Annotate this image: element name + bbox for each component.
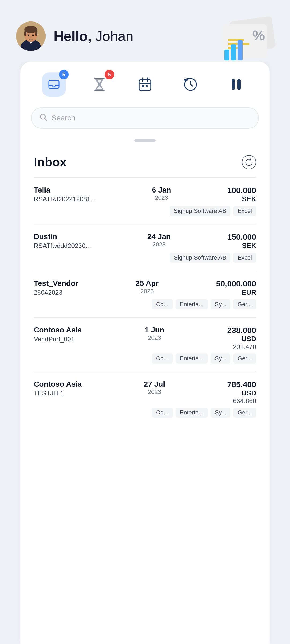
invoice-tags: Co...Enterta...Sy...Ger... [34,353,256,364]
invoice-list: Telia RSATRJ202212081... 6 Jan 2023 100.… [34,177,256,426]
invoice-ref: RSATRJ202212081... [34,195,96,203]
tab-history[interactable] [179,72,203,97]
pause-icon [224,72,248,97]
invoice-tag: Co... [152,353,173,364]
invoice-currency: EUR [241,288,256,297]
invoice-date-day: 24 Jan [147,232,171,241]
invoice-tag: Sy... [211,299,230,309]
invoice-tag: Sy... [211,408,230,418]
svg-line-34 [45,119,47,120]
search-box[interactable]: Search [31,107,259,129]
tab-calendar[interactable] [133,72,157,97]
svg-rect-6 [35,31,37,36]
invoice-date: 6 Jan 2023 [143,186,180,201]
invoice-left: Contoso Asia VendPort_001 [34,326,82,343]
invoice-left: Contoso Asia TESTJH-1 [34,380,82,397]
refresh-button[interactable] [242,155,256,169]
tab-pause[interactable] [224,72,248,97]
svg-point-9 [30,36,32,38]
svg-point-7 [28,35,29,36]
tab-inbox[interactable]: 5 [42,72,66,97]
invoice-tag: Enterta... [176,353,208,364]
invoice-row-main: Contoso Asia TESTJH-1 27 Jul 2023 785.40… [34,380,256,405]
invoice-tag: Co... [152,408,173,418]
invoice-item[interactable]: Telia RSATRJ202212081... 6 Jan 2023 100.… [34,177,256,224]
invoice-currency: USD [241,335,256,343]
invoice-amount-col: 50,000.000 EUR [216,279,256,297]
invoice-row-main: Dustin RSATfwddd20230... 24 Jan 2023 150… [34,232,256,250]
invoice-amount: 785.400 [227,380,256,389]
invoice-date: 27 Jul 2023 [136,380,173,395]
main-card: 5 5 [20,62,270,644]
search-icon [40,113,47,123]
greeting-username: Johan [95,28,133,44]
invoice-row-main: Contoso Asia VendPort_001 1 Jun 2023 238… [34,326,256,351]
invoice-tag: Co... [152,299,173,309]
invoice-date: 24 Jan 2023 [140,232,178,248]
tab-hourglass[interactable]: 5 [87,72,111,97]
svg-rect-5 [24,31,26,36]
calendar-icon [133,72,157,97]
invoice-tags: Signup Software ABExcel [34,206,256,216]
svg-rect-31 [232,79,235,90]
history-icon [179,72,203,97]
svg-rect-17 [231,44,236,60]
invoice-item[interactable]: Dustin RSATfwddd20230... 24 Jan 2023 150… [34,224,256,271]
invoice-item[interactable]: Contoso Asia TESTJH-1 27 Jul 2023 785.40… [34,372,256,426]
svg-rect-32 [237,79,241,90]
invoice-amount-col: 150.000 SEK [227,232,256,250]
invoice-date: 1 Jun 2023 [136,326,173,341]
invoice-tags: Co...Enterta...Sy...Ger... [34,408,256,418]
invoice-item[interactable]: Test_Vendor 25042023 25 Apr 2023 50,000.… [34,271,256,317]
invoice-amount: 150.000 [227,232,256,242]
invoice-tags: Signup Software ABExcel [34,253,256,263]
invoice-tag: Signup Software AB [170,253,231,263]
invoice-date-day: 27 Jul [144,380,165,388]
invoice-tag: Excel [233,206,256,216]
invoice-tag: Sy... [211,353,230,364]
invoice-left: Dustin RSATfwddd20230... [34,232,91,250]
inbox-section: Inbox Telia RSATRJ202212081... 6 Jan 202… [20,150,270,426]
invoice-date-day: 25 Apr [136,279,159,288]
inbox-badge: 5 [59,70,69,79]
svg-rect-16 [224,50,229,60]
hourglass-badge: 5 [105,70,114,79]
invoice-tag: Signup Software AB [170,206,231,216]
inbox-header: Inbox [34,155,256,169]
avatar [16,21,46,51]
vendor-name: Dustin [34,232,91,241]
invoice-ref: 25042023 [34,289,78,296]
invoice-ref: TESTJH-1 [34,390,82,397]
invoice-currency: SEK [242,195,256,203]
inbox-title: Inbox [34,155,67,169]
invoice-tag: Ger... [233,353,256,364]
svg-rect-22 [94,90,105,91]
invoice-tags: Co...Enterta...Sy...Ger... [34,299,256,309]
invoice-currency: SEK [242,242,256,250]
greeting-bold: Hello, [54,28,92,44]
invoice-date-year: 2023 [148,388,161,395]
invoice-sub-amount: 201.470 [233,343,256,351]
invoice-left: Telia RSATRJ202212081... [34,186,96,203]
invoice-tag: Excel [233,253,256,263]
invoice-row-main: Telia RSATRJ202212081... 6 Jan 2023 100.… [34,186,256,203]
invoice-date-year: 2023 [140,288,154,295]
invoice-tag: Enterta... [176,299,208,309]
drag-handle [134,139,156,142]
invoice-amount-col: 100.000 SEK [227,186,256,203]
invoice-item[interactable]: Contoso Asia VendPort_001 1 Jun 2023 238… [34,317,256,372]
invoice-date-year: 2023 [155,194,168,201]
invoice-tag: Enterta... [176,408,208,418]
invoice-amount: 50,000.000 [216,279,256,288]
search-placeholder: Search [51,114,75,122]
search-container: Search [20,105,270,134]
svg-point-8 [32,35,34,36]
svg-rect-21 [94,78,105,79]
header-illustration: % [210,11,279,70]
invoice-tag: Ger... [233,299,256,309]
invoice-ref: RSATfwddd20230... [34,242,91,250]
svg-rect-18 [238,40,243,60]
header-left: Hello, Johan [16,21,133,51]
vendor-name: Contoso Asia [34,380,82,388]
invoice-date: 25 Apr 2023 [128,279,166,295]
